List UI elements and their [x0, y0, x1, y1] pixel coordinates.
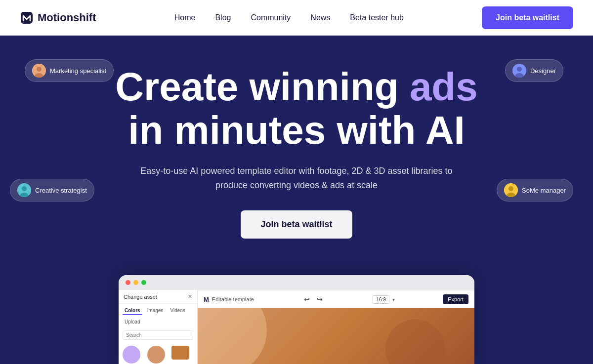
window-minimize-dot	[133, 280, 138, 285]
undo-button[interactable]: ↩	[302, 294, 312, 304]
app-template-label: Editable template	[212, 296, 254, 302]
headline-part2: in minutes with AI	[128, 108, 465, 152]
headline-part1: Create winning	[115, 65, 410, 109]
panel-tab-videos[interactable]: Videos	[168, 307, 187, 315]
app-toolbar-left: M Editable template	[204, 296, 254, 303]
hero-subtext: Easy-to-use AI powered template editor w…	[138, 164, 455, 193]
hero-content: Create winning ads in minutes with AI Ea…	[115, 65, 477, 239]
svg-point-5	[517, 67, 522, 72]
badge-designer: Designer	[505, 59, 563, 82]
avatar-designer	[512, 64, 526, 78]
badge-designer-label: Designer	[530, 67, 556, 75]
panel-tab-images[interactable]: Images	[145, 307, 166, 315]
logo-text: Motionshift	[38, 11, 96, 24]
nav-community[interactable]: Community	[251, 13, 291, 22]
hero-headline: Create winning ads in minutes with AI	[115, 65, 477, 152]
app-titlebar	[119, 275, 474, 290]
canvas-circle-2	[385, 320, 445, 364]
nav-home[interactable]: Home	[174, 13, 196, 22]
panel-search-input[interactable]	[123, 330, 193, 340]
avatar-creative	[17, 183, 31, 197]
panel-tab-colors[interactable]: Colors	[123, 307, 142, 315]
avatar-marketing	[32, 64, 46, 78]
logo[interactable]: Motionshift	[20, 11, 96, 25]
navbar: Motionshift Home Blog Community News Bet…	[0, 0, 593, 36]
badge-some: SoMe manager	[497, 179, 573, 202]
app-aspect-ratio: 16:9 ▾	[373, 295, 394, 304]
undo-redo-controls: ↩ ↪	[302, 294, 325, 304]
panel-header: Change asset ✕	[119, 290, 197, 304]
badge-marketing-label: Marketing specialist	[50, 67, 106, 75]
app-logo-small: M	[204, 296, 209, 303]
app-inner: M Editable template ↩ ↪ 16:9 ▾ Export	[119, 290, 474, 364]
nav-news[interactable]: News	[310, 13, 330, 22]
avatar-some	[504, 183, 518, 197]
headline-accent: ads	[410, 65, 478, 109]
badge-creative: Creative strategist	[10, 179, 94, 202]
svg-point-11	[508, 186, 513, 191]
nav-links: Home Blog Community News Beta tester hub	[174, 13, 404, 22]
window-maximize-dot	[141, 280, 146, 285]
logo-icon	[20, 11, 34, 25]
redo-button[interactable]: ↪	[315, 294, 325, 304]
badge-some-label: SoMe manager	[522, 187, 566, 194]
nav-beta-tester-hub[interactable]: Beta tester hub	[350, 13, 404, 22]
app-canvas	[198, 306, 474, 364]
export-button[interactable]: Export	[443, 294, 468, 304]
svg-rect-0	[21, 12, 33, 24]
panel-tab-upload[interactable]: Upload	[123, 318, 142, 325]
app-left-panel: Change asset ✕ Colors Images Videos Uplo…	[119, 290, 198, 364]
shape-circle-purple	[123, 346, 140, 364]
app-preview: M Editable template ↩ ↪ 16:9 ▾ Export	[119, 275, 474, 364]
hero-section: Marketing specialist Designer Creative s…	[0, 36, 593, 364]
panel-close-icon[interactable]: ✕	[188, 293, 192, 300]
badge-creative-label: Creative strategist	[35, 187, 87, 194]
shape-rect-orange	[171, 346, 189, 360]
panel-header-label: Change asset	[124, 294, 157, 300]
svg-point-2	[37, 67, 42, 72]
panel-shapes	[119, 342, 197, 364]
nav-join-waitlist-button[interactable]: Join beta waitlist	[482, 6, 573, 29]
hero-join-waitlist-button[interactable]: Join beta waitlist	[241, 210, 352, 239]
app-header-row: M Editable template ↩ ↪ 16:9 ▾ Export	[198, 291, 474, 308]
shape-circle-orange	[147, 346, 165, 364]
badge-marketing: Marketing specialist	[25, 59, 114, 82]
canvas-circle-1	[198, 306, 267, 364]
aspect-ratio-chevron: ▾	[392, 297, 395, 302]
aspect-ratio-label: 16:9	[373, 295, 389, 304]
nav-blog[interactable]: Blog	[215, 13, 231, 22]
window-close-dot	[126, 280, 130, 285]
panel-tabs: Colors Images Videos Upload	[119, 304, 197, 328]
svg-point-8	[22, 186, 27, 191]
